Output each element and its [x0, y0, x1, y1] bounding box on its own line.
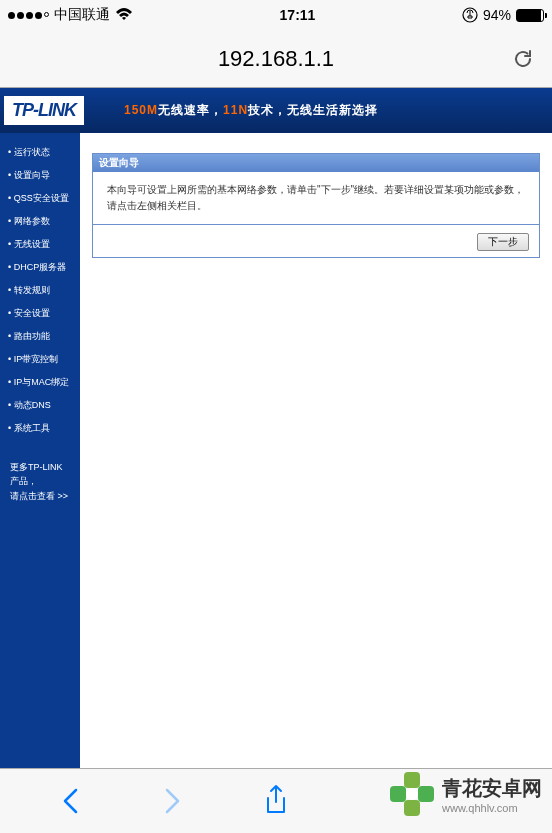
- sidebar-item-security[interactable]: 安全设置: [6, 302, 74, 325]
- sidebar-item-qss[interactable]: QSS安全设置: [6, 187, 74, 210]
- reload-icon[interactable]: [510, 46, 536, 72]
- sidebar-item-ipmac[interactable]: IP与MAC绑定: [6, 371, 74, 394]
- safari-url-bar[interactable]: 192.168.1.1: [0, 30, 552, 88]
- header-slogan: 150M无线速率，11N技术，无线生活新选择: [124, 102, 378, 119]
- battery-icon: [516, 9, 544, 22]
- panel-footer: 下一步: [93, 225, 539, 257]
- signal-strength-icon: [8, 12, 49, 19]
- panel-title: 设置向导: [93, 154, 539, 172]
- wifi-icon: [115, 8, 133, 22]
- sidebar-item-system[interactable]: 系统工具: [6, 417, 74, 440]
- share-icon[interactable]: [262, 784, 290, 818]
- panel-body: 本向导可设置上网所需的基本网络参数，请单击"下一步"继续。若要详细设置某项功能或…: [93, 172, 539, 225]
- watermark-title: 青花安卓网: [442, 775, 542, 802]
- carrier-label: 中国联通: [54, 6, 110, 24]
- sidebar-menu: 运行状态 设置向导 QSS安全设置 网络参数 无线设置 DHCP服务器 转发规则…: [0, 133, 80, 768]
- ios-status-bar: 中国联通 17:11 94%: [0, 0, 552, 30]
- watermark-url: www.qhhlv.com: [442, 802, 542, 814]
- router-header: TP-LINK 150M无线速率，11N技术，无线生活新选择: [0, 88, 552, 133]
- status-time: 17:11: [280, 7, 316, 23]
- next-button[interactable]: 下一步: [477, 233, 529, 251]
- rotation-lock-icon: [462, 7, 478, 23]
- sidebar-item-bandwidth[interactable]: IP带宽控制: [6, 348, 74, 371]
- router-page: TP-LINK 150M无线速率，11N技术，无线生活新选择 运行状态 设置向导…: [0, 88, 552, 768]
- sidebar-item-wireless[interactable]: 无线设置: [6, 233, 74, 256]
- sidebar-item-wizard[interactable]: 设置向导: [6, 164, 74, 187]
- sidebar-item-routing[interactable]: 路由功能: [6, 325, 74, 348]
- status-left: 中国联通: [8, 6, 133, 24]
- sidebar-item-dhcp[interactable]: DHCP服务器: [6, 256, 74, 279]
- battery-percent: 94%: [483, 7, 511, 23]
- url-text: 192.168.1.1: [218, 46, 334, 72]
- sidebar-item-forward[interactable]: 转发规则: [6, 279, 74, 302]
- router-body: 运行状态 设置向导 QSS安全设置 网络参数 无线设置 DHCP服务器 转发规则…: [0, 133, 552, 768]
- sidebar-item-status[interactable]: 运行状态: [6, 141, 74, 164]
- wizard-panel: 设置向导 本向导可设置上网所需的基本网络参数，请单击"下一步"继续。若要详细设置…: [92, 153, 540, 258]
- sidebar-footer: 更多TP-LINK产品， 请点击查看 >>: [6, 460, 74, 503]
- status-right: 94%: [462, 7, 544, 23]
- forward-icon[interactable]: [161, 786, 183, 816]
- sidebar-item-ddns[interactable]: 动态DNS: [6, 394, 74, 417]
- back-icon[interactable]: [60, 786, 82, 816]
- sidebar-item-network[interactable]: 网络参数: [6, 210, 74, 233]
- watermark-logo-icon: [388, 770, 436, 818]
- tplink-logo: TP-LINK: [4, 96, 84, 125]
- main-content: 设置向导 本向导可设置上网所需的基本网络参数，请单击"下一步"继续。若要详细设置…: [80, 133, 552, 768]
- watermark: 青花安卓网 www.qhhlv.com: [388, 770, 542, 818]
- more-products-link[interactable]: 请点击查看 >>: [10, 489, 70, 503]
